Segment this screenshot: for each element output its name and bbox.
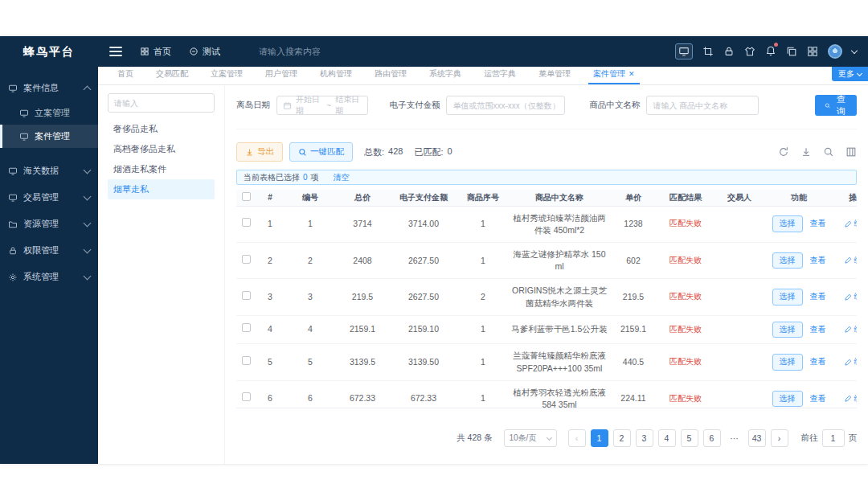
cell-number: 1 bbox=[285, 206, 336, 242]
sidebar-item-case-management[interactable]: 案件管理 bbox=[0, 125, 98, 148]
notifications-button[interactable] bbox=[765, 45, 776, 58]
page-tab[interactable]: 首页✕ bbox=[113, 68, 138, 84]
row-checkbox[interactable] bbox=[242, 291, 251, 300]
query-button[interactable]: 查询 bbox=[815, 95, 857, 116]
zoom-icon[interactable] bbox=[823, 146, 834, 158]
page-button[interactable]: 4 bbox=[658, 429, 676, 447]
selection-suffix: 项 bbox=[311, 172, 319, 183]
view-link[interactable]: 查看 bbox=[809, 325, 825, 334]
header-tab-test[interactable]: 测试 bbox=[189, 46, 220, 58]
product-name-input[interactable] bbox=[646, 96, 759, 115]
refresh-icon[interactable] bbox=[778, 146, 789, 158]
edit-link[interactable]: 编辑 bbox=[854, 218, 858, 230]
jump-page-input[interactable] bbox=[822, 429, 845, 447]
page-tab[interactable]: 运营字典✕ bbox=[479, 68, 521, 84]
row-checkbox[interactable] bbox=[242, 356, 251, 365]
category-list-item[interactable]: 烟草走私 bbox=[108, 179, 215, 199]
page-button[interactable]: 1 bbox=[591, 429, 608, 447]
close-icon[interactable]: ✕ bbox=[628, 70, 635, 78]
export-icon[interactable] bbox=[800, 146, 812, 158]
theme-shirt-icon[interactable] bbox=[744, 46, 755, 57]
page-button[interactable]: 5 bbox=[681, 429, 698, 447]
sidebar-item-resource-management[interactable]: 资源管理 bbox=[0, 211, 98, 237]
page-button[interactable]: ‹ bbox=[568, 429, 586, 447]
page-button[interactable]: 3 bbox=[636, 429, 653, 447]
global-search-input[interactable]: 请输入搜索内容 bbox=[259, 46, 321, 58]
apps-grid-icon[interactable] bbox=[807, 46, 818, 57]
edit-link[interactable]: 编辑 bbox=[854, 393, 858, 405]
cell-index: 1 bbox=[256, 206, 285, 242]
chevron-down-icon bbox=[84, 192, 92, 200]
edit-link[interactable]: 编辑 bbox=[854, 356, 858, 368]
select-all-checkbox[interactable] bbox=[242, 192, 251, 201]
layers-icon[interactable] bbox=[786, 46, 797, 57]
select-button[interactable]: 选择 bbox=[772, 354, 803, 371]
page-tab[interactable]: 交易匹配✕ bbox=[151, 68, 193, 84]
select-button[interactable]: 选择 bbox=[772, 391, 803, 408]
page-button[interactable]: 43 bbox=[748, 429, 766, 447]
view-link[interactable]: 查看 bbox=[809, 357, 825, 366]
edit-link[interactable]: 编辑 bbox=[854, 255, 858, 267]
edit-link[interactable]: 编辑 bbox=[854, 291, 858, 303]
user-avatar[interactable] bbox=[828, 44, 842, 59]
page-button[interactable]: 6 bbox=[703, 429, 721, 447]
category-list-item[interactable]: 烟酒走私案件 bbox=[108, 159, 215, 179]
row-checkbox[interactable] bbox=[242, 218, 251, 227]
clear-selection-link[interactable]: 清空 bbox=[334, 172, 350, 183]
header-tab-home[interactable]: 首页 bbox=[140, 46, 171, 58]
hamburger-menu-icon[interactable] bbox=[109, 47, 122, 56]
search-icon bbox=[298, 148, 307, 157]
view-link[interactable]: 查看 bbox=[809, 219, 825, 228]
view-link[interactable]: 查看 bbox=[809, 256, 825, 265]
lock-icon[interactable] bbox=[723, 46, 735, 57]
edit-pencil-icon bbox=[844, 220, 852, 228]
select-button[interactable]: 选择 bbox=[772, 289, 803, 306]
page-tab[interactable]: 立案管理✕ bbox=[206, 68, 248, 84]
sidebar-item-transaction-management[interactable]: 交易管理 bbox=[0, 184, 98, 211]
page-button[interactable]: › bbox=[771, 429, 788, 447]
export-button[interactable]: 导出 bbox=[236, 142, 283, 162]
col-trader: 交易人 bbox=[715, 190, 764, 206]
chevron-down-icon[interactable] bbox=[851, 47, 858, 53]
sidebar-item-customs-data[interactable]: 海关数据 bbox=[0, 158, 98, 184]
page-tab[interactable]: 系统字典✕ bbox=[424, 68, 466, 84]
amount-input[interactable] bbox=[446, 96, 565, 115]
screenshot-icon[interactable] bbox=[702, 46, 714, 57]
sidebar-item-case-info[interactable]: 案件信息 bbox=[0, 75, 98, 101]
one-click-match-button[interactable]: 一键匹配 bbox=[289, 142, 353, 162]
row-checkbox[interactable] bbox=[242, 323, 251, 332]
edit-pencil-icon bbox=[844, 395, 852, 403]
view-link[interactable]: 查看 bbox=[809, 292, 825, 301]
view-link[interactable]: 查看 bbox=[809, 394, 825, 403]
select-button[interactable]: 选择 bbox=[772, 215, 803, 232]
screen-monitor-button[interactable] bbox=[675, 43, 693, 59]
page-tab[interactable]: 路由管理✕ bbox=[370, 68, 411, 84]
columns-setting-icon[interactable] bbox=[845, 146, 857, 158]
date-range-picker[interactable]: 开始日期 ~ 结束日期 bbox=[276, 96, 368, 115]
page-button[interactable]: 2 bbox=[613, 429, 631, 447]
page-button[interactable]: ··· bbox=[726, 429, 743, 447]
category-list-item[interactable]: 高档奢侈品走私 bbox=[108, 139, 215, 159]
page-tab[interactable]: 案件管理✕ bbox=[588, 68, 640, 84]
select-button[interactable]: 选择 bbox=[772, 252, 803, 269]
sidebar-item-label: 权限管理 bbox=[23, 244, 59, 256]
edit-link[interactable]: 编辑 bbox=[854, 324, 858, 336]
cell-trader bbox=[715, 315, 764, 344]
sidebar-item-permission-management[interactable]: 权限管理 bbox=[0, 237, 98, 264]
per-page-select[interactable]: 10条/页 bbox=[504, 429, 557, 447]
sidebar-item-system-management[interactable]: 系统管理 bbox=[0, 264, 98, 290]
col-func: 功能 bbox=[764, 190, 834, 206]
sidebar-item-filing-management[interactable]: 立案管理 bbox=[0, 101, 98, 125]
page-tab[interactable]: 菜单管理✕ bbox=[534, 68, 575, 84]
header-tab-label: 测试 bbox=[203, 46, 220, 58]
page-tab[interactable]: 机构管理✕ bbox=[315, 68, 357, 84]
more-button[interactable]: 更多 bbox=[832, 67, 868, 81]
page-tab[interactable]: 用户管理✕ bbox=[260, 68, 302, 84]
category-list-item[interactable]: 奢侈品走私 bbox=[108, 119, 215, 139]
select-button[interactable]: 选择 bbox=[772, 322, 803, 338]
row-checkbox[interactable] bbox=[242, 392, 251, 401]
row-checkbox[interactable] bbox=[242, 255, 251, 264]
cell-serial: 2 bbox=[458, 279, 508, 315]
category-search-input[interactable] bbox=[108, 93, 215, 113]
calendar-icon bbox=[283, 101, 292, 110]
